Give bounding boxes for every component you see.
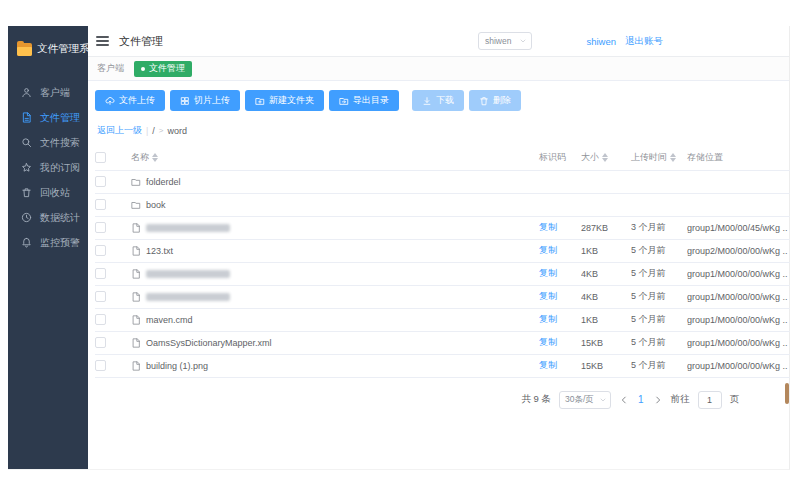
sidebar-item-label: 监控预警 <box>40 236 80 250</box>
sort-icon[interactable] <box>602 153 608 162</box>
tabbar: 客户端 文件管理 <box>88 57 789 81</box>
copy-link[interactable]: 复制 <box>539 245 557 255</box>
column-header-storage: 存储位置 <box>687 146 790 170</box>
file-size: 15KB <box>581 331 631 354</box>
row-checkbox[interactable] <box>95 222 106 233</box>
trash-icon <box>479 96 489 106</box>
storage-location: group1/M00/00/00/wKg .. <box>687 331 790 354</box>
upload-time: 5 个月前 <box>631 354 687 377</box>
table-row: 复制 287KB 3 个月前 group1/M00/00/45/wKg .. <box>95 216 790 239</box>
file-size <box>581 170 631 193</box>
file-icon <box>131 361 141 371</box>
clock-icon <box>21 212 32 223</box>
upload-time: 5 个月前 <box>631 262 687 285</box>
file-name: building (1).png <box>146 361 208 371</box>
content: 文件上传 切片上传 新建文件夹 导出目录 下载 删除 返回上一级 | / > w… <box>88 81 789 469</box>
new-folder-button[interactable]: 新建文件夹 <box>245 90 324 111</box>
user-select-dropdown[interactable]: shiwen <box>478 32 532 50</box>
page-number[interactable]: 1 <box>637 394 645 405</box>
copy-link[interactable]: 复制 <box>539 291 557 301</box>
row-checkbox[interactable] <box>95 291 106 302</box>
sidebar-item-label: 数据统计 <box>40 211 80 225</box>
next-page-button[interactable] <box>653 395 663 405</box>
sidebar-item-search[interactable]: 文件搜索 <box>8 130 88 155</box>
row-checkbox[interactable] <box>95 337 106 348</box>
row-checkbox[interactable] <box>95 176 106 187</box>
sidebar-item-files[interactable]: 文件管理 <box>8 105 88 130</box>
file-size: 1KB <box>581 308 631 331</box>
copy-link[interactable]: 复制 <box>539 337 557 347</box>
sidebar-item-subscribe[interactable]: 我的订阅 <box>8 155 88 180</box>
column-header-code: 标识码 <box>539 146 581 170</box>
tab-files[interactable]: 文件管理 <box>134 61 192 77</box>
prev-page-button[interactable] <box>619 395 629 405</box>
tab-client[interactable]: 客户端 <box>97 62 124 75</box>
storage-location <box>687 193 790 216</box>
user-select-value: shiwen <box>485 36 519 46</box>
row-checkbox[interactable] <box>95 314 106 325</box>
column-header-name[interactable]: 名称 <box>131 146 539 170</box>
row-checkbox[interactable] <box>95 245 106 256</box>
column-header-size[interactable]: 大小 <box>581 146 631 170</box>
storage-location <box>687 170 790 193</box>
table-row: book <box>95 193 790 216</box>
download-icon <box>422 96 432 106</box>
page-size-dropdown[interactable]: 30条/页 <box>559 391 611 409</box>
document-icon <box>21 112 32 123</box>
upload-file-button[interactable]: 文件上传 <box>95 90 165 111</box>
table-row: 123.txt 复制 1KB 5 个月前 group2/M00/00/00/wK… <box>95 239 790 262</box>
file-name <box>146 224 230 232</box>
breadcrumb-divider: | <box>146 126 148 136</box>
delete-button[interactable]: 删除 <box>469 90 521 111</box>
scrollbar-thumb[interactable] <box>785 383 789 404</box>
select-all-checkbox[interactable] <box>95 152 106 163</box>
file-icon <box>131 269 141 279</box>
logout-link[interactable]: 退出账号 <box>625 35 663 48</box>
upload-time <box>631 193 687 216</box>
download-button[interactable]: 下载 <box>412 90 464 111</box>
sort-icon[interactable] <box>152 153 158 162</box>
sidebar-item-monitor[interactable]: 监控预警 <box>8 230 88 255</box>
main-area: 文件管理 shiwen shiwen 退出账号 客户端 文件管理 文件上传 切片… <box>88 26 789 469</box>
row-checkbox[interactable] <box>95 199 106 210</box>
sort-icon[interactable] <box>670 153 676 162</box>
page-size-value: 30条/页 <box>565 394 599 406</box>
breadcrumb-separator-icon: > <box>159 126 164 135</box>
storage-location: group1/M00/00/45/wKg .. <box>687 216 790 239</box>
back-up-link[interactable]: 返回上一级 <box>97 124 142 137</box>
upload-chunk-button[interactable]: 切片上传 <box>170 90 240 111</box>
upload-time: 3 个月前 <box>631 216 687 239</box>
table-row: 复制 4KB 5 个月前 group1/M00/00/00/wKg .. <box>95 262 790 285</box>
total-count: 共 9 条 <box>521 393 551 406</box>
sidebar-item-client[interactable]: 客户端 <box>8 80 88 105</box>
file-table: 名称 标识码 大小 上传时间 存储位置 <box>95 146 790 378</box>
file-name: 123.txt <box>146 246 173 256</box>
sidebar-item-recycle[interactable]: 回收站 <box>8 180 88 205</box>
goto-label: 前往 <box>671 393 690 406</box>
copy-link[interactable]: 复制 <box>539 360 557 370</box>
upload-time: 5 个月前 <box>631 285 687 308</box>
file-icon <box>131 292 141 302</box>
file-name: OamsSysDictionaryMapper.xml <box>146 338 272 348</box>
hamburger-icon[interactable] <box>96 36 109 46</box>
sidebar-menu: 客户端 文件管理 文件搜索 我的订阅 回收站 数据统计 监控预警 <box>8 80 88 255</box>
file-size: 4KB <box>581 285 631 308</box>
bell-icon <box>21 237 32 248</box>
breadcrumb-root[interactable]: / <box>152 126 155 136</box>
user-icon <box>21 87 32 98</box>
file-size <box>581 193 631 216</box>
row-checkbox[interactable] <box>95 360 106 371</box>
sidebar-item-stats[interactable]: 数据统计 <box>8 205 88 230</box>
upload-time <box>631 170 687 193</box>
column-header-time[interactable]: 上传时间 <box>631 146 687 170</box>
grid-icon <box>180 96 190 106</box>
file-icon <box>131 246 141 256</box>
export-dir-button[interactable]: 导出目录 <box>329 90 399 111</box>
copy-link[interactable]: 复制 <box>539 268 557 278</box>
copy-link[interactable]: 复制 <box>539 222 557 232</box>
file-name: maven.cmd <box>146 315 193 325</box>
row-checkbox[interactable] <box>95 268 106 279</box>
goto-page-input[interactable] <box>698 391 722 409</box>
copy-link[interactable]: 复制 <box>539 314 557 324</box>
username-link[interactable]: shiwen <box>586 36 616 47</box>
